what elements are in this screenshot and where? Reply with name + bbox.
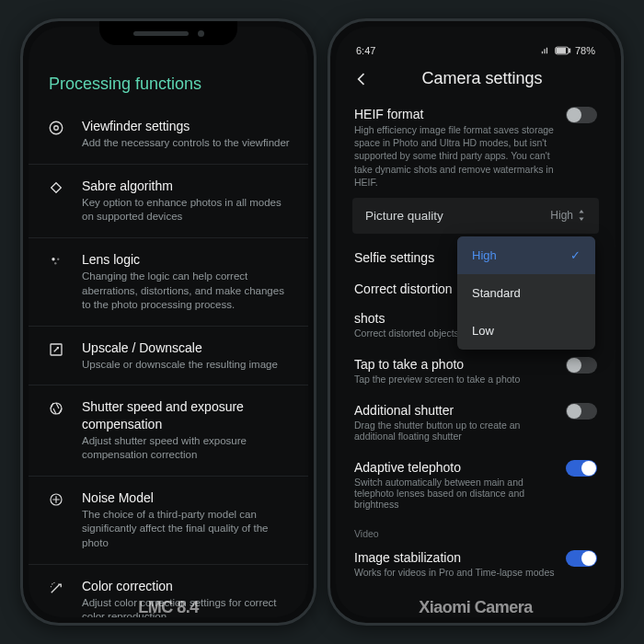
row-sub: Tap the preview screen to take a photo bbox=[354, 374, 555, 385]
scale-icon bbox=[48, 341, 64, 358]
toggle-additional-shutter[interactable] bbox=[566, 403, 597, 420]
toggle-tap[interactable] bbox=[566, 357, 597, 374]
diamond-icon bbox=[48, 179, 64, 196]
status-bar: 6:47 78% bbox=[336, 43, 615, 62]
aperture-icon bbox=[48, 400, 64, 417]
header: Camera settings bbox=[336, 62, 615, 98]
battery-icon bbox=[555, 46, 571, 55]
svg-rect-11 bbox=[557, 48, 566, 52]
screen-right: 6:47 78% Camera settings HEIF format Hig… bbox=[336, 27, 615, 617]
row-additional-shutter[interactable]: Additional shutter Drag the shutter butt… bbox=[336, 394, 615, 451]
check-icon: ✓ bbox=[570, 248, 581, 262]
item-title: Lens logic bbox=[82, 251, 290, 268]
header-title: Camera settings bbox=[365, 69, 599, 88]
item-sub: Adjust color correction settings for cor… bbox=[82, 596, 290, 617]
wand-icon bbox=[48, 580, 64, 596]
row-heif[interactable]: HEIF format High efficiency image file f… bbox=[336, 98, 615, 198]
list-item-lens[interactable]: Lens logic Changing the logic can help c… bbox=[29, 238, 308, 327]
page-title: Processing functions bbox=[29, 58, 308, 105]
updown-icon bbox=[577, 210, 586, 221]
row-sub: Switch automatically between main and te… bbox=[354, 477, 555, 510]
dropdown-option-high[interactable]: High ✓ bbox=[457, 236, 595, 274]
toggle-telephoto[interactable] bbox=[566, 460, 597, 477]
svg-point-5 bbox=[54, 262, 56, 264]
row-tap-photo[interactable]: Tap to take a photo Tap the preview scre… bbox=[336, 348, 615, 394]
row-stabilization[interactable]: Image stabilization Works for videos in … bbox=[336, 541, 615, 587]
quality-dropdown: High ✓ Standard Low bbox=[457, 236, 595, 350]
row-title: Adaptive telephoto bbox=[354, 460, 555, 475]
svg-point-1 bbox=[54, 126, 59, 131]
row-title: Image stabilization bbox=[354, 550, 555, 565]
phone-right: 6:47 78% Camera settings HEIF format Hig… bbox=[328, 18, 624, 626]
svg-rect-10 bbox=[569, 49, 569, 52]
selector-value: High bbox=[550, 209, 573, 222]
item-sub: Changing the logic can help correct aber… bbox=[82, 270, 290, 313]
row-adaptive-telephoto[interactable]: Adaptive telephoto Switch automatically … bbox=[336, 451, 615, 519]
selector-label: Picture quality bbox=[365, 209, 443, 223]
dropdown-option-standard[interactable]: Standard bbox=[457, 274, 595, 312]
row-sub: High efficiency image file format saves … bbox=[354, 123, 555, 189]
row-sub: Drag the shutter button up to create an … bbox=[354, 420, 555, 442]
item-sub: The choice of a third-party model can si… bbox=[82, 508, 290, 551]
viewfinder-icon bbox=[48, 120, 64, 136]
item-title: Shutter speed and exposure compensation bbox=[82, 398, 290, 431]
notch bbox=[99, 21, 237, 45]
item-title: Sabre algorithm bbox=[82, 178, 290, 194]
row-title: Additional shutter bbox=[354, 403, 555, 418]
phone-left: Processing functions Viewfinder settings… bbox=[20, 18, 316, 626]
svg-rect-2 bbox=[52, 182, 62, 192]
status-time: 6:47 bbox=[356, 45, 375, 56]
lens-icon bbox=[48, 253, 64, 270]
row-title: Tap to take a photo bbox=[354, 357, 555, 372]
category-video: Video bbox=[336, 519, 615, 541]
list-item-color[interactable]: Color correction Adjust color correction… bbox=[29, 565, 308, 618]
screen-left: Processing functions Viewfinder settings… bbox=[29, 27, 308, 617]
list-item-noise[interactable]: Noise Model The choice of a third-party … bbox=[29, 477, 308, 565]
item-sub: Add the necessary controls to the viewfi… bbox=[82, 136, 290, 151]
item-title: Color correction bbox=[82, 578, 290, 594]
list-item-viewfinder[interactable]: Viewfinder settings Add the necessary co… bbox=[29, 105, 308, 165]
battery-pct: 78% bbox=[575, 45, 595, 56]
signal-icon bbox=[540, 46, 551, 55]
dropdown-option-low[interactable]: Low bbox=[457, 312, 595, 350]
list-item-sabre[interactable]: Sabre algorithm Key option to enhance ph… bbox=[29, 165, 308, 238]
item-sub: Adjust shutter speed with exposure compe… bbox=[82, 434, 290, 463]
noise-icon bbox=[48, 491, 64, 508]
item-title: Viewfinder settings bbox=[82, 118, 290, 134]
svg-point-0 bbox=[50, 121, 63, 134]
toggle-heif[interactable] bbox=[566, 107, 597, 123]
item-title: Noise Model bbox=[82, 489, 290, 506]
svg-point-3 bbox=[52, 258, 54, 260]
toggle-stabilization[interactable] bbox=[566, 550, 597, 567]
row-title: HEIF format bbox=[354, 107, 555, 121]
item-sub: Upscale or downscale the resulting image bbox=[82, 358, 290, 373]
list-item-upscale[interactable]: Upscale / Downscale Upscale or downscale… bbox=[29, 327, 308, 386]
list-item-shutter[interactable]: Shutter speed and exposure compensation … bbox=[29, 385, 308, 476]
item-title: Upscale / Downscale bbox=[82, 339, 290, 356]
svg-point-4 bbox=[57, 258, 59, 259]
item-sub: Key option to enhance photos in all mode… bbox=[82, 196, 290, 224]
row-sub: Works for videos in Pro and Time-lapse m… bbox=[354, 567, 555, 578]
picture-quality-selector[interactable]: Picture quality High bbox=[352, 198, 599, 234]
